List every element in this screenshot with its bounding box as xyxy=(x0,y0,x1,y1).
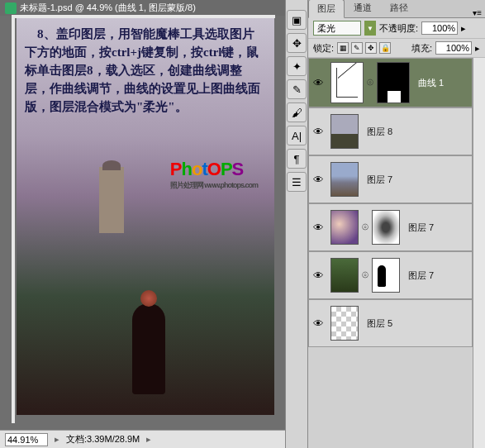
canvas-viewport[interactable]: 8、盖印图层，用智能魔棒工具选取图片下方的地面，按ctrl+j键复制，按ctrl… xyxy=(17,18,274,415)
layer-row[interactable]: 👁 ⦾ 图层 7 xyxy=(308,251,473,299)
paragraph-icon[interactable]: ¶ xyxy=(287,149,307,169)
layer-mask-thumb[interactable] xyxy=(377,62,410,103)
tab-layers[interactable]: 图层 xyxy=(308,0,345,18)
fill-label: 填充: xyxy=(411,42,432,55)
layer-mask-thumb[interactable] xyxy=(372,258,400,293)
status-more-icon[interactable]: ▸ xyxy=(146,434,151,445)
link-icon[interactable]: ⦾ xyxy=(367,78,373,88)
doc-size-label: 文档:3.39M/28.9M xyxy=(66,433,140,446)
link-icon[interactable]: ⦾ xyxy=(362,270,369,280)
opacity-flyout-icon[interactable]: ▸ xyxy=(461,23,466,34)
lock-transparency-icon[interactable]: ▦ xyxy=(337,42,349,54)
panel-tabstrip: 图层 通道 路径 ▾≡ xyxy=(308,0,485,18)
figure-graphic xyxy=(132,303,165,394)
layer-row[interactable]: 👁 图层 5 xyxy=(308,299,473,347)
layer-name[interactable]: 图层 8 xyxy=(362,126,392,138)
opacity-label: 不透明度: xyxy=(379,22,418,35)
layers-panel: 图层 通道 路径 ▾≡ 柔光 ▼ 不透明度: ▸ 锁定: ▦ ✎ ✥ 🔒 填充:… xyxy=(308,0,485,448)
tab-channels[interactable]: 通道 xyxy=(345,0,381,17)
history-icon[interactable]: 🖌 xyxy=(287,102,307,122)
layers-scrollbar[interactable] xyxy=(473,58,485,448)
layer-thumb[interactable] xyxy=(330,210,359,245)
layer-thumb[interactable] xyxy=(330,306,359,341)
canvas: 8、盖印图层，用智能魔棒工具选取图片下方的地面，按ctrl+j键复制，按ctrl… xyxy=(17,18,274,415)
visibility-toggle-icon[interactable]: 👁 xyxy=(309,269,327,282)
fill-input[interactable] xyxy=(435,41,472,55)
visibility-toggle-icon[interactable]: 👁 xyxy=(309,126,327,138)
visibility-toggle-icon[interactable]: 👁 xyxy=(309,222,327,234)
arrange-icon[interactable]: ▣ xyxy=(287,10,307,30)
tab-paths[interactable]: 路径 xyxy=(381,0,417,17)
link-icon[interactable]: ⦾ xyxy=(362,222,369,232)
layer-name[interactable]: 曲线 1 xyxy=(413,77,444,89)
blend-opacity-row: 柔光 ▼ 不透明度: ▸ xyxy=(308,18,485,39)
lock-pixels-icon[interactable]: ✎ xyxy=(351,42,363,54)
tutorial-overlay-text: 8、盖印图层，用智能魔棒工具选取图片下方的地面，按ctrl+j键复制，按ctrl… xyxy=(25,25,266,116)
layer-row[interactable]: 👁 图层 8 xyxy=(308,107,473,155)
zoom-input[interactable] xyxy=(5,433,48,446)
type-tool-icon[interactable]: A| xyxy=(287,126,307,145)
ruler-vertical[interactable] xyxy=(12,15,15,423)
layer-row[interactable]: 👁 ⦾ 图层 7 xyxy=(308,203,473,251)
wand-tool-icon[interactable]: ✦ xyxy=(287,56,307,76)
layer-thumb[interactable] xyxy=(330,114,359,149)
lock-all-icon[interactable]: 🔒 xyxy=(379,42,391,54)
fill-flyout-icon[interactable]: ▸ xyxy=(475,43,480,54)
layer-mask-thumb[interactable] xyxy=(372,210,400,245)
layer-name[interactable]: 图层 5 xyxy=(362,317,392,330)
opacity-input[interactable] xyxy=(421,21,458,35)
blend-mode-select[interactable]: 柔光 xyxy=(313,21,361,36)
layer-name[interactable]: 图层 7 xyxy=(403,222,434,234)
brush-tool-icon[interactable]: ✎ xyxy=(287,79,307,99)
watermark-logo: PhotOPS 照片处理网 www.photops.com xyxy=(170,159,258,191)
move-tool-icon[interactable]: ✥ xyxy=(287,33,307,53)
blend-mode-dropdown-icon[interactable]: ▼ xyxy=(364,21,376,36)
layer-name[interactable]: 图层 7 xyxy=(403,269,434,282)
status-bar: ▸ 文档:3.39M/28.9M ▸ xyxy=(0,430,285,448)
visibility-toggle-icon[interactable]: 👁 xyxy=(309,174,327,186)
lock-position-icon[interactable]: ✥ xyxy=(365,42,377,54)
watermark-subtitle: 照片处理网 www.photops.com xyxy=(170,180,258,191)
status-chevron-icon[interactable]: ▸ xyxy=(55,434,59,445)
visibility-toggle-icon[interactable]: 👁 xyxy=(309,317,327,330)
layer-thumb[interactable] xyxy=(330,258,359,293)
ps-doc-icon xyxy=(5,2,17,14)
document-title: 未标题-1.psd @ 44.9% (曲线 1, 图层蒙版/8) xyxy=(20,2,196,14)
lock-buttons: ▦ ✎ ✥ 🔒 xyxy=(337,42,391,54)
castle-graphic xyxy=(99,167,124,233)
layer-row-curves1[interactable]: 👁 ⦾ 曲线 1 xyxy=(308,58,473,107)
layer-thumb-curves-icon[interactable] xyxy=(330,62,364,103)
visibility-toggle-icon[interactable]: 👁 xyxy=(309,77,327,89)
vertical-toolbar: ▣ ✥ ✦ ✎ 🖌 A| ¶ ☰ xyxy=(285,0,308,448)
lock-fill-row: 锁定: ▦ ✎ ✥ 🔒 填充: ▸ xyxy=(308,39,485,58)
layer-thumb[interactable] xyxy=(330,162,359,197)
lock-label: 锁定: xyxy=(313,42,334,55)
document-window: 未标题-1.psd @ 44.9% (曲线 1, 图层蒙版/8) 8、盖印图层，… xyxy=(0,0,285,448)
layer-name[interactable]: 图层 7 xyxy=(362,174,392,186)
panel-menu-icon[interactable]: ▾≡ xyxy=(469,8,485,17)
more-icon[interactable]: ☰ xyxy=(287,172,307,192)
document-titlebar: 未标题-1.psd @ 44.9% (曲线 1, 图层蒙版/8) xyxy=(0,0,285,16)
layer-row[interactable]: 👁 图层 7 xyxy=(308,155,473,203)
layers-list[interactable]: 👁 ⦾ 曲线 1 👁 图层 8 👁 图 xyxy=(308,58,473,448)
